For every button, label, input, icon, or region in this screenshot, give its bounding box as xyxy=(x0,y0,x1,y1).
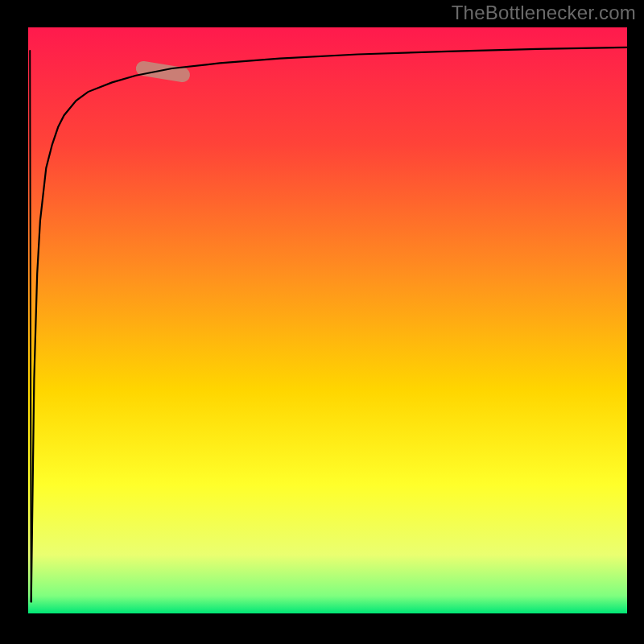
svg-rect-0 xyxy=(28,27,627,613)
gradient-heatmap xyxy=(28,27,627,613)
watermark-text: TheBottlenecker.com xyxy=(452,2,636,24)
axis-border-bottom xyxy=(0,613,644,644)
axis-border-right xyxy=(627,0,644,644)
gradient-svg xyxy=(28,27,627,613)
axis-border-left xyxy=(0,0,28,644)
chart-stage: TheBottlenecker.com xyxy=(0,0,644,644)
